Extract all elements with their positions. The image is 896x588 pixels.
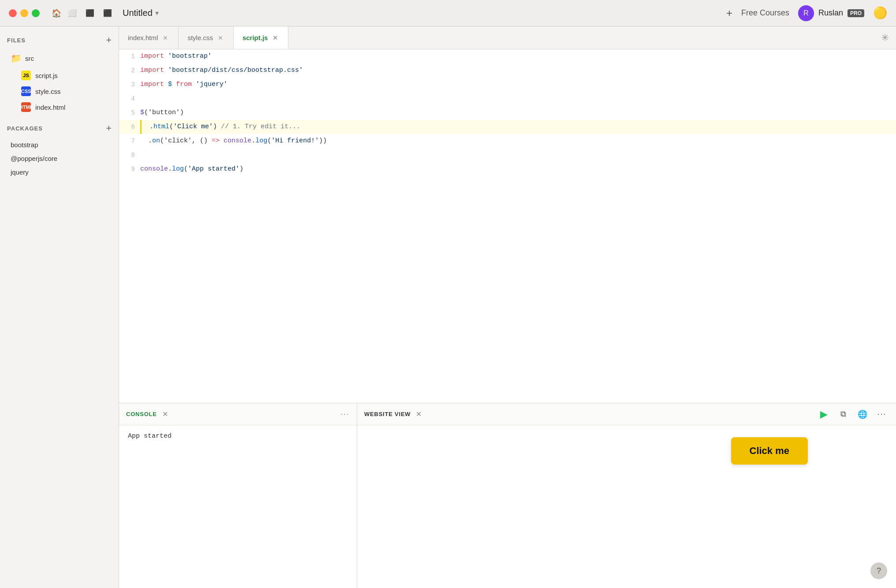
layout-single-icon[interactable]: ⬜ <box>64 5 80 21</box>
code-line-3: 3 import $ from 'jquery' <box>119 78 896 92</box>
website-controls: ▶ ⧉ 🌐 ··· <box>817 407 889 421</box>
add-package-button[interactable]: + <box>106 123 112 133</box>
files-section-header: FILES + <box>7 35 112 45</box>
code-line-9: 9 console.log('App started') <box>119 162 896 176</box>
packages-label: PACKAGES <box>7 125 43 132</box>
editor-area: index.html ✕ style.css ✕ script.js ✕ ✳ 1 <box>119 26 896 588</box>
code-line-7: 7 .on('click', () => console.log('Hi fri… <box>119 134 896 148</box>
js-file-icon: JS <box>21 71 31 80</box>
style-css-label: style.css <box>35 88 61 95</box>
add-project-button[interactable]: + <box>726 7 732 19</box>
tab-style-css[interactable]: style.css ✕ <box>179 26 234 49</box>
layout-split-h-icon[interactable]: ⬛ <box>82 5 98 21</box>
code-line-2: 2 import 'bootstrap/dist/css/bootstrap.c… <box>119 63 896 78</box>
tab-script-js-close[interactable]: ✕ <box>271 34 279 42</box>
folder-label: src <box>25 55 34 62</box>
console-panel: CONSOLE ✕ ··· App started <box>119 403 357 588</box>
copy-view-button[interactable]: ⧉ <box>836 407 850 421</box>
tabs-right: ✳ <box>874 26 896 49</box>
website-title: WEBSITE VIEW <box>364 411 411 417</box>
css-file-icon: CSS <box>21 86 31 96</box>
app-body: FILES + 📁 src JS script.js CSS style.css… <box>0 26 896 588</box>
code-line-8: 8 <box>119 148 896 162</box>
user-emoji-icon[interactable]: 🟡 <box>873 6 887 20</box>
minimize-traffic-light[interactable] <box>20 9 28 17</box>
console-title: CONSOLE <box>126 411 157 417</box>
code-editor[interactable]: 1 import 'bootstrap' 2 import 'bootstrap… <box>119 49 896 403</box>
free-courses-link[interactable]: Free Courses <box>741 8 789 18</box>
console-output: App started <box>128 432 348 440</box>
user-info: R Ruslan PRO <box>798 5 864 21</box>
website-panel: WEBSITE VIEW ✕ ▶ ⧉ 🌐 ··· Click me ? <box>357 403 896 588</box>
chevron-down-icon: ▾ <box>155 9 159 17</box>
tabs-bar: index.html ✕ style.css ✕ script.js ✕ ✳ <box>119 26 896 49</box>
avatar[interactable]: R <box>798 5 814 21</box>
close-traffic-light[interactable] <box>9 9 17 17</box>
titlebar-right: + Free Courses R Ruslan PRO 🟡 <box>726 5 887 21</box>
package-bootstrap[interactable]: bootstrap <box>7 138 112 151</box>
traffic-lights <box>9 9 40 17</box>
code-line-5: 5 $('button') <box>119 106 896 120</box>
svg-text:R: R <box>803 9 809 17</box>
tab-script-js[interactable]: script.js ✕ <box>234 26 289 49</box>
layout-buttons: ⬜ ⬛ ⬛ <box>64 5 116 21</box>
index-html-label: index.html <box>35 104 65 111</box>
console-panel-header: CONSOLE ✕ ··· <box>119 403 357 425</box>
tab-index-html[interactable]: index.html ✕ <box>119 26 179 49</box>
package-popperjs[interactable]: @popperjs/core <box>7 152 112 165</box>
code-line-4: 4 <box>119 92 896 106</box>
website-close-button[interactable]: ✕ <box>416 410 422 418</box>
script-js-label: script.js <box>35 72 58 79</box>
fullscreen-traffic-light[interactable] <box>32 9 40 17</box>
sidebar-item-style-css[interactable]: CSS style.css <box>18 84 112 99</box>
titlebar: 🏠 ⬜ ⬛ ⬛ Untitled ▾ + Free Courses R Rusl… <box>0 0 896 26</box>
home-button[interactable]: 🏠 <box>49 5 64 21</box>
website-panel-header: WEBSITE VIEW ✕ ▶ ⧉ 🌐 ··· <box>357 403 896 425</box>
html-file-icon: HTML <box>21 102 31 112</box>
play-button[interactable]: ▶ <box>817 407 831 421</box>
tab-script-js-label: script.js <box>243 34 268 41</box>
tab-index-html-label: index.html <box>128 34 158 41</box>
tab-style-css-label: style.css <box>187 34 213 41</box>
src-children: JS script.js CSS style.css HTML index.ht… <box>7 68 112 115</box>
website-menu-button[interactable]: ··· <box>875 407 889 421</box>
user-name-label: Ruslan <box>818 8 843 18</box>
help-button[interactable]: ? <box>870 562 887 579</box>
tab-style-css-close[interactable]: ✕ <box>217 34 224 42</box>
sidebar: FILES + 📁 src JS script.js CSS style.css… <box>0 26 119 588</box>
console-panel-body: App started <box>119 425 357 588</box>
packages-section-header: PACKAGES + <box>7 123 112 133</box>
project-title[interactable]: Untitled ▾ <box>123 8 159 18</box>
sidebar-item-index-html[interactable]: HTML index.html <box>18 100 112 115</box>
project-title-text: Untitled <box>123 8 153 18</box>
packages-section: PACKAGES + bootstrap @popperjs/core jque… <box>7 123 112 179</box>
bottom-panels: CONSOLE ✕ ··· App started WEBSITE VIEW ✕ <box>119 403 896 588</box>
console-close-button[interactable]: ✕ <box>162 410 168 418</box>
tabs-spacer <box>288 26 874 49</box>
src-folder[interactable]: 📁 src <box>7 50 112 66</box>
code-line-1: 1 import 'bootstrap' <box>119 49 896 63</box>
console-menu-button[interactable]: ··· <box>340 409 350 419</box>
folder-icon: 📁 <box>11 53 22 63</box>
click-me-button[interactable]: Click me <box>731 437 808 465</box>
code-line-6: 6 .html('Click me') // 1. Try edit it... <box>119 120 896 134</box>
add-file-button[interactable]: + <box>106 35 112 45</box>
tab-index-html-close[interactable]: ✕ <box>161 34 169 42</box>
editor-main: 1 import 'bootstrap' 2 import 'bootstrap… <box>119 49 896 588</box>
layout-split-v-icon[interactable]: ⬛ <box>100 5 116 21</box>
files-label: FILES <box>7 37 26 44</box>
pro-badge: PRO <box>847 9 864 17</box>
sidebar-item-script-js[interactable]: JS script.js <box>18 68 112 83</box>
globe-icon[interactable]: 🌐 <box>855 407 870 421</box>
package-jquery[interactable]: jquery <box>7 166 112 179</box>
website-body: Click me ? <box>357 425 896 588</box>
loading-icon: ✳ <box>881 32 889 44</box>
